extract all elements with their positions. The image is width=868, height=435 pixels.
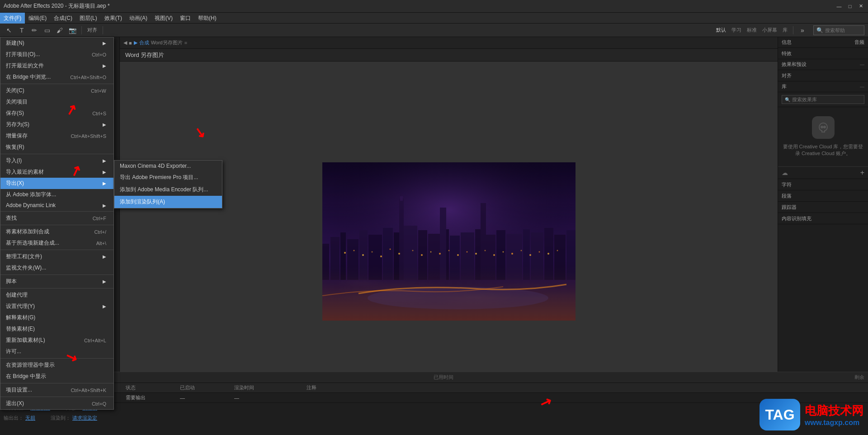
svg-point-55 (821, 126, 823, 128)
workspace-standard[interactable]: 标准 (745, 26, 759, 34)
menu-file[interactable]: 文件(F) (0, 13, 25, 24)
toolbar-sep-2 (103, 26, 103, 34)
menu-bridge-browse[interactable]: 在 Bridge 中浏览... Ctrl+Alt+Shift+O (0, 71, 113, 83)
submenu-render-queue[interactable]: 添加到渲染队列(A) (114, 196, 222, 208)
align-label[interactable]: 对齐 (782, 73, 792, 78)
menu-scripts[interactable]: 脚本 ▶ (0, 276, 113, 287)
menu-license[interactable]: 许可... (0, 346, 113, 357)
preview-label[interactable]: 特效 (782, 51, 792, 56)
svg-point-33 (362, 254, 364, 256)
library-label[interactable]: 库 (782, 83, 787, 90)
menu-reload-footage[interactable]: 重新加载素材(L) Ctrl+Alt+L (0, 335, 113, 346)
menu-close-project[interactable]: 关闭项目 (0, 96, 113, 108)
search-input[interactable] (825, 28, 861, 33)
tool-brush[interactable]: 🖌 (54, 25, 65, 35)
menu-show-in-bridge[interactable]: 在 Bridge 中显示 (0, 371, 113, 382)
menu-edit[interactable]: 编辑(E) (25, 13, 50, 24)
audio-label[interactable]: 音频 (854, 39, 864, 46)
file-menu-dropdown: 新建(N) ▶ 打开项目(O)... Ctrl+O 打开最近的文件 ▶ 在 Br… (0, 37, 114, 410)
effects-presets-arrow: — (860, 62, 864, 67)
menu-revert[interactable]: 恢复(R) (0, 142, 113, 153)
menu-find[interactable]: 查找 Ctrl+F (0, 213, 113, 224)
output-link[interactable]: 无损 (25, 415, 35, 421)
paragraph-label[interactable]: 段落 (782, 193, 792, 199)
workspace-learn[interactable]: 学习 (730, 26, 743, 34)
submenu-media-encoder[interactable]: 添加到 Adobe Media Encoder 队列... (114, 184, 222, 196)
menu-set-proxy[interactable]: 设置代理(Y) ▶ (0, 301, 113, 312)
workspace-default[interactable]: 默认 (714, 26, 728, 34)
svg-point-52 (538, 251, 540, 253)
cc-section: 要使用 Creative Cloud 库，您需要登录 Creative Clou… (778, 107, 868, 166)
menu-export[interactable]: 导出(X) ▶ (0, 178, 113, 189)
city-svg (322, 162, 576, 321)
submenu-cinema4d[interactable]: Maxon Cinema 4D Exporter... (114, 161, 222, 171)
menu-import-recent[interactable]: 导入最近的素材 ▶ (0, 166, 113, 178)
tool-pen[interactable]: ✏ (29, 25, 40, 35)
menu-import[interactable]: 导入(I) ▶ (0, 155, 113, 166)
titlebar: Adobe After Effects 2020 - 无标题项目.aep * —… (0, 0, 868, 13)
maximize-button[interactable]: □ (846, 3, 854, 10)
menu-recent[interactable]: 打开最近的文件 ▶ (0, 60, 113, 71)
workspace-small-screen[interactable]: 小屏幕 (760, 26, 779, 34)
menu-animation[interactable]: 动画(A) (126, 13, 151, 24)
effects-search-input[interactable] (792, 97, 861, 102)
tracker-label[interactable]: 跟踪器 (782, 204, 797, 210)
close-button[interactable]: ✕ (857, 3, 864, 10)
content-aware-label[interactable]: 内容识别填充 (782, 216, 811, 221)
tag-logo: TAG (760, 399, 800, 430)
tab-home[interactable]: ■ (129, 40, 132, 46)
menu-watch-folder[interactable]: 监视文件夹(W)... (0, 262, 113, 274)
menu-help[interactable]: 帮助(H) (194, 13, 220, 24)
sep-1 (0, 84, 113, 84)
submenu-premiere[interactable]: 导出 Adobe Premiere Pro 项目... (114, 171, 222, 184)
menu-effect[interactable]: 效果(T) (101, 13, 126, 24)
svg-point-51 (529, 254, 531, 256)
menu-add-footage[interactable]: 将素材添加到合成 Ctrl+/ (0, 226, 113, 237)
menu-project-settings[interactable]: 项目设置... Ctrl+Alt+Shift+K (0, 384, 113, 396)
bottom-panel: ▶ 当前渲染 已用时间 剩余 渲染 # 合成名称 状态 已启动 渲染时间 注释 … (0, 372, 868, 435)
output-to-link[interactable]: 请求渲染定 (72, 415, 97, 421)
info-label[interactable]: 信息 (782, 39, 792, 46)
workspace-expand[interactable]: » (797, 25, 808, 35)
plus-button[interactable]: + (860, 169, 864, 177)
menu-save-as[interactable]: 另存为(S) ▶ (0, 119, 113, 130)
tab-comp-icon: ▶ (134, 40, 137, 46)
menu-quit[interactable]: 退出(X) Ctrl+Q (0, 398, 113, 409)
svg-point-45 (475, 253, 477, 255)
svg-point-50 (520, 250, 522, 251)
svg-point-38 (412, 250, 413, 251)
menu-window[interactable]: 窗口 (176, 13, 194, 24)
workspace-library[interactable]: 库 (781, 26, 789, 34)
menu-organize[interactable]: 整理工程(文件) ▶ (0, 251, 113, 262)
menu-composition[interactable]: 合成(C) (50, 13, 76, 24)
menu-create-proxy[interactable]: 创建代理 (0, 289, 113, 301)
sep-3 (0, 211, 113, 212)
menu-dynamic-link[interactable]: Adobe Dynamic Link ▶ (0, 200, 113, 210)
menu-close[interactable]: 关闭(C) Ctrl+W (0, 85, 113, 96)
menu-save[interactable]: 保存(S) Ctrl+S (0, 108, 113, 119)
tool-camera[interactable]: 📷 (67, 25, 78, 35)
tab-arrow[interactable]: ◀ (123, 40, 127, 46)
menu-open-project[interactable]: 打开项目(O)... Ctrl+O (0, 49, 113, 60)
menu-increment-save[interactable]: 增量保存 Ctrl+Alt+Shift+S (0, 130, 113, 142)
preview-canvas (322, 162, 576, 321)
bottom-header: ▶ 当前渲染 已用时间 剩余 (0, 372, 868, 383)
menu-show-in-explorer[interactable]: 在资源管理器中显示 (0, 359, 113, 371)
menu-new-comp-from-selection[interactable]: 基于所选项新建合成... Alt+\ (0, 237, 113, 249)
tool-select[interactable]: ↖ (4, 25, 14, 35)
menu-interpret-footage[interactable]: 解释素材(G) (0, 312, 113, 323)
menu-view[interactable]: 视图(V) (151, 13, 176, 24)
menu-layer[interactable]: 图层(L) (76, 13, 101, 24)
character-label[interactable]: 字符 (782, 182, 792, 187)
city-background (322, 162, 576, 321)
minimize-button[interactable]: — (835, 3, 843, 10)
svg-point-53 (547, 253, 549, 255)
tool-text[interactable]: T (16, 25, 27, 35)
menu-new[interactable]: 新建(N) ▶ (0, 38, 113, 49)
tool-shape[interactable]: ▭ (42, 25, 52, 35)
menu-add-font[interactable]: 从 Adobe 添加字体... (0, 189, 113, 200)
sep-10 (0, 397, 113, 397)
effects-presets-label[interactable]: 效果和预设 (782, 61, 807, 68)
sep-8 (0, 358, 113, 359)
menu-replace-footage[interactable]: 替换素材(E) (0, 323, 113, 335)
